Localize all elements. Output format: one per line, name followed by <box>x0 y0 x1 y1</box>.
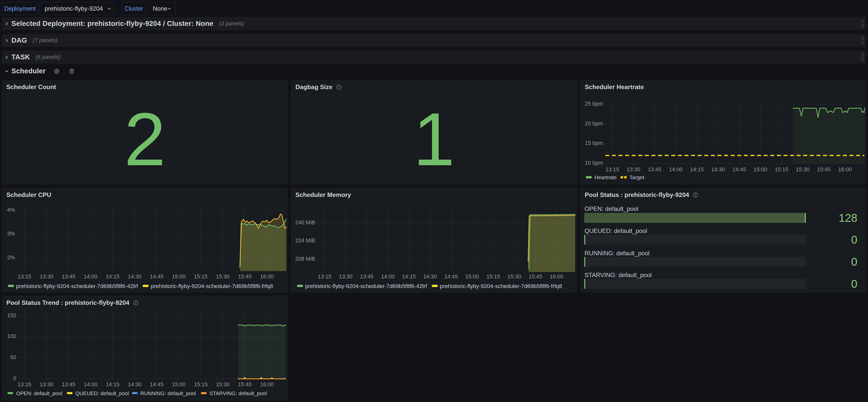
svg-text:15:30: 15:30 <box>507 274 521 280</box>
svg-text:15:15: 15:15 <box>194 274 208 280</box>
svg-text:14:00: 14:00 <box>669 166 683 173</box>
svg-text:15:30: 15:30 <box>216 381 230 388</box>
svg-text:14:15: 14:15 <box>690 166 704 173</box>
svg-text:prehistoric-flyby-9204-schedul: prehistoric-flyby-9204-scheduler-7d69b5f… <box>440 283 562 289</box>
svg-text:15:30: 15:30 <box>796 166 810 173</box>
svg-text:13:45: 13:45 <box>648 166 661 173</box>
svg-text:25 bpm: 25 bpm <box>585 101 603 107</box>
svg-text:15:00: 15:00 <box>172 274 186 280</box>
svg-text:14:15: 14:15 <box>106 381 120 388</box>
svg-text:15:45: 15:45 <box>529 274 542 280</box>
svg-text:15:45: 15:45 <box>238 381 252 388</box>
svg-text:Heartrate: Heartrate <box>594 174 617 180</box>
svg-text:Target: Target <box>629 174 644 180</box>
svg-text:14:45: 14:45 <box>733 166 746 173</box>
svg-text:14:30: 14:30 <box>128 274 142 280</box>
svg-text:15:00: 15:00 <box>753 166 767 173</box>
svg-text:15:00: 15:00 <box>465 274 479 280</box>
svg-text:13:30: 13:30 <box>40 381 53 388</box>
svg-text:14:30: 14:30 <box>423 274 437 280</box>
svg-text:13:30: 13:30 <box>627 166 640 173</box>
svg-text:13:30: 13:30 <box>40 274 53 280</box>
svg-text:13:45: 13:45 <box>62 381 75 388</box>
svg-text:14:45: 14:45 <box>444 274 458 280</box>
svg-text:240 MiB: 240 MiB <box>295 219 315 226</box>
svg-text:3%: 3% <box>7 231 15 237</box>
svg-text:15 bpm: 15 bpm <box>585 140 603 146</box>
svg-text:2%: 2% <box>7 254 15 260</box>
svg-text:16:00: 16:00 <box>260 274 274 280</box>
svg-text:OPEN: default_pool: OPEN: default_pool <box>16 390 62 396</box>
svg-text:0: 0 <box>13 375 16 381</box>
svg-text:prehistoric-flyby-9204-schedul: prehistoric-flyby-9204-scheduler-7d69b5f… <box>305 283 427 289</box>
svg-text:15:15: 15:15 <box>775 166 788 173</box>
svg-text:14:30: 14:30 <box>128 381 142 388</box>
svg-text:10 bpm: 10 bpm <box>585 160 603 166</box>
svg-text:prehistoric-flyby-9204-schedul: prehistoric-flyby-9204-scheduler-7d69b5f… <box>16 283 138 289</box>
svg-text:150: 150 <box>7 312 16 318</box>
svg-text:14:45: 14:45 <box>150 381 163 388</box>
svg-text:13:15: 13:15 <box>18 381 31 388</box>
svg-text:14:15: 14:15 <box>106 274 120 280</box>
svg-text:14:00: 14:00 <box>381 274 395 280</box>
svg-text:50: 50 <box>10 354 16 360</box>
svg-text:4%: 4% <box>7 207 15 213</box>
svg-text:16:00: 16:00 <box>260 381 274 388</box>
svg-text:QUEUED: default_pool: QUEUED: default_pool <box>75 390 129 396</box>
svg-text:RUNNING: default_pool: RUNNING: default_pool <box>141 390 196 396</box>
svg-text:13:15: 13:15 <box>18 274 31 280</box>
svg-text:14:00: 14:00 <box>84 381 97 388</box>
svg-text:16:00: 16:00 <box>550 274 563 280</box>
svg-text:STARVING: default_pool: STARVING: default_pool <box>209 390 267 396</box>
svg-text:100: 100 <box>7 333 16 339</box>
svg-text:13:45: 13:45 <box>62 274 75 280</box>
svg-text:15:00: 15:00 <box>172 381 186 388</box>
svg-text:208 MiB: 208 MiB <box>295 256 315 262</box>
svg-text:13:15: 13:15 <box>606 166 619 173</box>
svg-text:20 bpm: 20 bpm <box>585 121 603 127</box>
svg-text:14:00: 14:00 <box>84 274 97 280</box>
svg-text:prehistoric-flyby-9204-schedul: prehistoric-flyby-9204-scheduler-7d69b5f… <box>151 283 273 289</box>
svg-text:14:30: 14:30 <box>711 166 725 173</box>
svg-text:15:15: 15:15 <box>194 381 208 388</box>
svg-text:15:45: 15:45 <box>238 274 252 280</box>
svg-text:16:00: 16:00 <box>838 166 852 173</box>
svg-text:15:15: 15:15 <box>487 274 500 280</box>
svg-text:13:30: 13:30 <box>339 274 352 280</box>
svg-text:14:45: 14:45 <box>150 274 163 280</box>
svg-text:15:30: 15:30 <box>216 274 230 280</box>
svg-text:224 MiB: 224 MiB <box>295 238 315 244</box>
svg-text:13:15: 13:15 <box>318 274 332 280</box>
svg-text:15:45: 15:45 <box>817 166 831 173</box>
svg-text:13:45: 13:45 <box>360 274 374 280</box>
svg-text:14:15: 14:15 <box>402 274 416 280</box>
